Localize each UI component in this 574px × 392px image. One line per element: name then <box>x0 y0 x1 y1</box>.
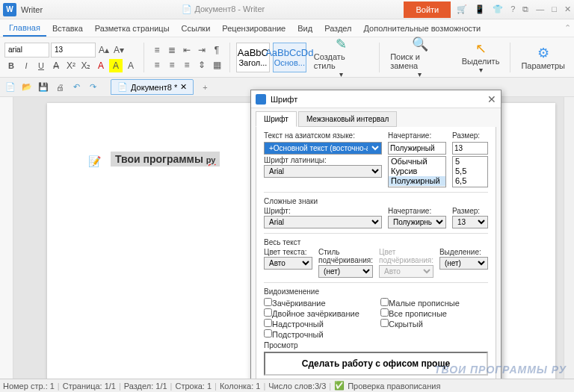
dialog-close-icon[interactable]: ✕ <box>487 93 496 105</box>
clear-format-icon[interactable]: A <box>124 59 138 72</box>
maximize-icon[interactable]: □ <box>552 4 557 14</box>
tab-layout[interactable]: Разметка страницы <box>89 21 176 36</box>
latin-font-label: Шрифт латиницы: <box>264 156 382 164</box>
asian-font-select[interactable]: +Основной текст (восточно-азиат <box>264 142 382 155</box>
size-listbox[interactable]: 55,56,5 <box>452 156 488 187</box>
tab-home[interactable]: Главная <box>3 20 46 37</box>
font-name-input[interactable] <box>4 43 49 57</box>
complex-size-select[interactable]: 13 <box>452 216 488 228</box>
size-input[interactable] <box>452 142 488 155</box>
complex-style-select[interactable]: Полужирный <box>388 216 446 228</box>
vertical-ruler <box>0 97 13 379</box>
style-heading[interactable]: AaBbCЗагол... <box>236 43 270 72</box>
dialog-icon <box>256 94 266 105</box>
italic-icon[interactable]: I <box>19 59 33 72</box>
underline-icon[interactable]: U <box>34 59 48 72</box>
save-icon[interactable]: 💾 <box>37 81 49 93</box>
strike-icon[interactable]: A̶ <box>49 59 63 72</box>
sub-icon[interactable]: X₂ <box>79 59 93 72</box>
options-button[interactable]: ⚙Параметры <box>516 43 570 72</box>
indent-dec-icon[interactable]: ⇤ <box>180 43 194 57</box>
spell-icon[interactable]: ✅ <box>334 381 345 391</box>
shrink-font-icon[interactable]: A▾ <box>112 43 126 57</box>
minimize-icon[interactable]: — <box>536 4 544 14</box>
smallcaps-checkbox[interactable] <box>380 298 389 306</box>
help-icon[interactable]: ? <box>510 4 515 14</box>
dstrike-checkbox[interactable] <box>264 308 272 317</box>
comment-icon[interactable]: 📝 <box>88 155 101 167</box>
align-right-icon[interactable]: ≡ <box>180 58 194 72</box>
highlight-select[interactable]: (нет) <box>439 257 488 270</box>
collapse-ribbon-icon[interactable]: ⌃ <box>564 23 571 33</box>
tab-insert[interactable]: Вставка <box>46 21 89 36</box>
bullets-icon[interactable]: ≡ <box>150 43 164 57</box>
status-col[interactable]: Колонка: 1 <box>220 382 260 391</box>
document-tab[interactable]: 📄Документ8 *✕ <box>111 79 194 95</box>
undo-icon[interactable]: ↶ <box>70 81 82 93</box>
status-page-num[interactable]: Номер стр.: 1 <box>3 382 55 391</box>
shirt-icon[interactable]: 👕 <box>493 4 503 14</box>
redo-icon[interactable]: ↷ <box>87 81 99 93</box>
dialog-title: Шрифт <box>271 95 297 104</box>
font-size-input[interactable] <box>51 43 96 57</box>
show-marks-icon[interactable]: ¶ <box>210 43 223 57</box>
login-button[interactable]: Войти <box>404 1 451 18</box>
style-normal[interactable]: AaBbCcDdОснов... <box>273 43 306 72</box>
tab-links[interactable]: Ссылки <box>176 21 217 36</box>
size-label: Размер: <box>452 131 488 140</box>
underline-color-select: Авто <box>379 265 433 278</box>
cart-icon[interactable]: 🛒 <box>457 4 467 14</box>
bold-icon[interactable]: B <box>4 59 18 72</box>
grow-font-icon[interactable]: A▴ <box>97 43 111 57</box>
new-icon[interactable]: 📄 <box>4 81 16 93</box>
font-color-icon[interactable]: A <box>94 59 108 72</box>
restore-icon[interactable]: ⧉ <box>522 4 528 14</box>
sub-checkbox[interactable] <box>264 329 272 337</box>
align-center-icon[interactable]: ≡ <box>165 58 179 72</box>
doc-title-center: 📄 Документ8 - Writer <box>43 4 404 14</box>
app-name: Writer <box>21 5 43 14</box>
shading-icon[interactable]: ▦ <box>210 58 223 72</box>
dialog-tab-spacing[interactable]: Межзнаковый интервал <box>298 111 397 127</box>
numbering-icon[interactable]: ≣ <box>165 43 179 57</box>
document-text[interactable]: Твои программы ру <box>111 152 220 167</box>
style-listbox[interactable]: ОбычныйКурсивПолужирный <box>388 156 446 187</box>
new-tab-icon[interactable]: + <box>203 83 207 92</box>
underline-style-select[interactable]: (нет) <box>318 265 373 278</box>
menubar: Главная Вставка Разметка страницы Ссылки… <box>0 19 574 37</box>
close-icon[interactable]: ✕ <box>564 4 571 14</box>
tab-review[interactable]: Рецензирование <box>216 21 291 36</box>
phone-icon[interactable]: 📱 <box>475 4 485 14</box>
text-color-select[interactable]: Авто <box>264 257 312 270</box>
select-button[interactable]: ↖Выделить▾ <box>457 39 504 75</box>
print-icon[interactable]: 🖨 <box>54 81 66 93</box>
style-input[interactable] <box>388 142 446 155</box>
tab-close-icon[interactable]: ✕ <box>180 82 187 92</box>
latin-font-select[interactable]: Arial <box>264 165 382 178</box>
strike-checkbox[interactable] <box>264 298 272 306</box>
dialog-tab-font[interactable]: Шрифт <box>256 111 297 127</box>
status-spell[interactable]: Проверка правописания <box>348 382 440 391</box>
tab-section[interactable]: Раздел <box>318 21 357 36</box>
asian-font-label: Текст на азиатском языке: <box>264 131 382 140</box>
status-line[interactable]: Строка: 1 <box>175 382 212 391</box>
allcaps-checkbox[interactable] <box>380 308 389 317</box>
status-section[interactable]: Раздел: 1/1 <box>124 382 167 391</box>
super-checkbox[interactable] <box>264 319 272 327</box>
tab-view[interactable]: Вид <box>291 21 318 36</box>
status-words[interactable]: Число слов:3/3 <box>268 382 326 391</box>
highlight-icon[interactable]: A <box>109 59 123 72</box>
hidden-checkbox[interactable] <box>380 319 389 327</box>
complex-font-select[interactable]: Arial <box>264 216 382 228</box>
open-icon[interactable]: 📂 <box>21 81 33 93</box>
line-spacing-icon[interactable]: ⇕ <box>195 58 209 72</box>
tab-extras[interactable]: Дополнительные возможности <box>358 21 487 36</box>
indent-inc-icon[interactable]: ⇥ <box>195 43 209 57</box>
find-replace-button[interactable]: 🔍Поиск и замена▾ <box>386 34 454 80</box>
vertical-scrollbar[interactable] <box>564 97 574 379</box>
titlebar: W Writer 📄 Документ8 - Writer Войти 🛒 📱 … <box>0 0 574 19</box>
super-icon[interactable]: X² <box>64 59 78 72</box>
create-style-button[interactable]: ✎Создать стиль▾ <box>309 34 373 80</box>
align-left-icon[interactable]: ≡ <box>150 58 164 72</box>
status-pages[interactable]: Страница: 1/1 <box>63 382 116 391</box>
